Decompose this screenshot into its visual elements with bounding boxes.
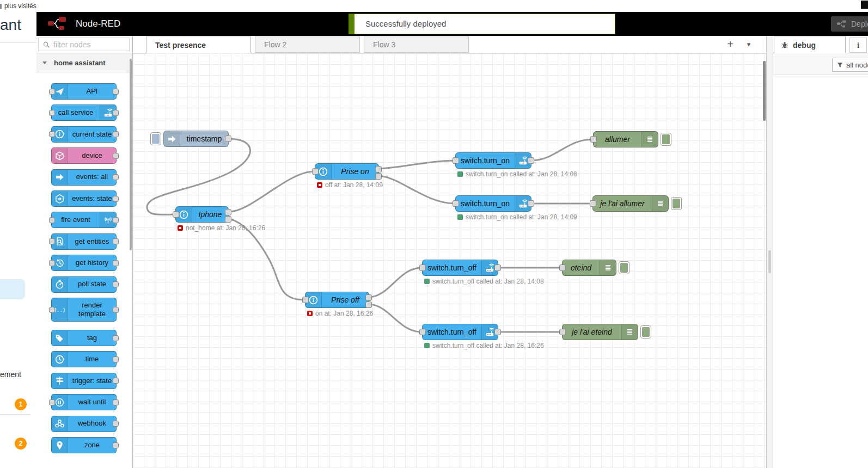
input-port[interactable]	[49, 307, 55, 313]
input-port[interactable]	[453, 157, 459, 164]
wire-timestamp-to-iphone[interactable]	[147, 139, 250, 214]
flow-node-iphone[interactable]: Iphone	[175, 206, 229, 223]
output-port[interactable]	[225, 136, 231, 142]
output-port[interactable]	[113, 307, 119, 313]
debug-toggle-button[interactable]	[619, 261, 629, 274]
output-port[interactable]	[113, 196, 119, 202]
flow-canvas[interactable]: timestampIphonenot_home at: Jan 28, 16:2…	[133, 53, 766, 468]
input-port[interactable]	[590, 136, 597, 143]
palette-node-events-all[interactable]: events: all	[51, 169, 117, 186]
palette-node-get-history[interactable]: get history	[51, 255, 117, 271]
output-port[interactable]	[113, 378, 119, 384]
add-flow-button[interactable]: +	[725, 36, 736, 52]
wire-iphone-to-prise-on[interactable]	[229, 171, 314, 212]
palette-node-zone[interactable]: zone	[51, 437, 117, 453]
flow-node-je-lai-allumer[interactable]: je l'ai allumer	[592, 195, 669, 212]
flow-node-switch-turn-on-1[interactable]: switch.turn_on	[455, 152, 531, 169]
palette-node-get-entities[interactable]: get entities	[51, 233, 117, 250]
palette-search-input[interactable]: filter nodes	[38, 38, 130, 51]
flow-node-switch-turn-off-1[interactable]: switch.turn_off	[422, 260, 498, 276]
output-port[interactable]	[113, 399, 119, 405]
flow-node-switch-turn-off-2[interactable]: switch.turn_off	[422, 324, 498, 340]
flow-list-dropdown-icon[interactable]: ▾	[744, 36, 753, 53]
tab-info[interactable]: i	[849, 38, 867, 53]
input-port[interactable]	[49, 89, 55, 95]
input-port[interactable]	[453, 200, 459, 207]
wire-switch-turn-on-1-to-allumer[interactable]	[532, 139, 592, 161]
output-port[interactable]	[365, 294, 372, 301]
input-port[interactable]	[419, 264, 426, 271]
tab-debug[interactable]: debug	[774, 36, 846, 53]
palette-node-wait-until[interactable]: wait until	[51, 394, 117, 410]
flow-node-prise-on[interactable]: Prise on	[315, 163, 379, 180]
flow-node-switch-turn-on-2[interactable]: switch.turn_on	[455, 195, 531, 212]
output-port[interactable]	[225, 216, 231, 223]
palette-node-current-state[interactable]: current state	[51, 126, 117, 143]
debug-toggle-button[interactable]	[640, 325, 651, 338]
palette-node-fire-event[interactable]: fire event	[51, 212, 117, 228]
palette-node-call-service[interactable]: call service	[51, 104, 117, 121]
output-port[interactable]	[225, 209, 231, 215]
inject-button[interactable]	[150, 132, 161, 145]
sidebar-splitter[interactable]	[766, 36, 773, 468]
browser-corner-icon[interactable]	[861, 1, 868, 9]
output-port[interactable]	[113, 153, 119, 159]
input-port[interactable]	[559, 329, 566, 335]
flow-node-je-lai-eteind[interactable]: je l'ai eteind	[562, 324, 638, 340]
output-port[interactable]	[494, 264, 501, 271]
output-port[interactable]	[113, 356, 119, 362]
debug-filter-button[interactable]: all nodes	[832, 58, 868, 72]
splitter-handle[interactable]	[768, 250, 771, 273]
tab-test-presence[interactable]: Test presence	[146, 36, 251, 53]
input-port[interactable]	[49, 217, 55, 223]
deploy-button[interactable]: Deploy	[831, 16, 868, 32]
palette-node-device[interactable]: device	[51, 147, 117, 164]
tab-flow-3[interactable]: Flow 3	[364, 36, 469, 53]
output-port[interactable]	[113, 421, 119, 427]
palette-node-poll-state[interactable]: poll state	[51, 276, 117, 293]
output-port[interactable]	[113, 281, 119, 287]
wire-prise-off-to-switch-turn-off-1[interactable]	[370, 268, 421, 297]
wire-prise-on-to-switch-turn-on-2[interactable]	[380, 176, 455, 204]
output-port[interactable]	[113, 217, 119, 223]
input-port[interactable]	[49, 238, 55, 244]
wire-prise-on-to-switch-turn-on-1[interactable]	[380, 161, 455, 169]
input-port[interactable]	[559, 264, 566, 271]
output-port[interactable]	[375, 166, 382, 173]
tab-flow-2[interactable]: Flow 2	[255, 36, 360, 53]
input-port[interactable]	[419, 329, 426, 335]
palette-node-render-template[interactable]: render template{..}	[51, 298, 117, 322]
input-port[interactable]	[590, 200, 596, 207]
input-port[interactable]	[312, 168, 319, 175]
input-port[interactable]	[302, 297, 309, 303]
input-port[interactable]	[49, 110, 55, 116]
output-port[interactable]	[113, 89, 119, 95]
palette-node-api[interactable]: API	[51, 83, 117, 100]
output-port[interactable]	[113, 442, 119, 448]
output-port[interactable]	[494, 329, 501, 335]
output-port[interactable]	[113, 110, 119, 116]
output-port[interactable]	[113, 174, 119, 180]
palette-node-tag[interactable]: tag	[51, 330, 117, 346]
output-port[interactable]	[528, 200, 534, 207]
palette-node-webhook[interactable]: webhook	[51, 416, 117, 432]
wire-prise-off-to-switch-turn-off-2[interactable]	[370, 304, 421, 332]
flow-node-allumer[interactable]: allumer	[593, 131, 658, 147]
bookmarks-label[interactable]: plus visités	[4, 2, 36, 10]
debug-toggle-button[interactable]	[671, 197, 682, 210]
output-port[interactable]	[113, 260, 119, 266]
output-port[interactable]	[113, 238, 119, 244]
canvas-scrollbar[interactable]	[763, 61, 766, 121]
output-port[interactable]	[528, 157, 534, 164]
palette-node-time[interactable]: time	[51, 351, 117, 367]
output-port[interactable]	[365, 301, 372, 308]
input-port[interactable]	[49, 131, 55, 137]
output-port[interactable]	[375, 173, 382, 180]
palette-category-home-assistant[interactable]: home assistant	[36, 53, 132, 72]
debug-toggle-button[interactable]	[661, 133, 671, 146]
palette-scrollbar[interactable]	[130, 59, 132, 250]
flow-node-timestamp[interactable]: timestamp	[163, 131, 229, 147]
input-port[interactable]	[49, 399, 55, 405]
flow-node-eteind[interactable]: eteind	[562, 260, 616, 276]
palette-node-events-state[interactable]: events: state	[51, 190, 117, 207]
